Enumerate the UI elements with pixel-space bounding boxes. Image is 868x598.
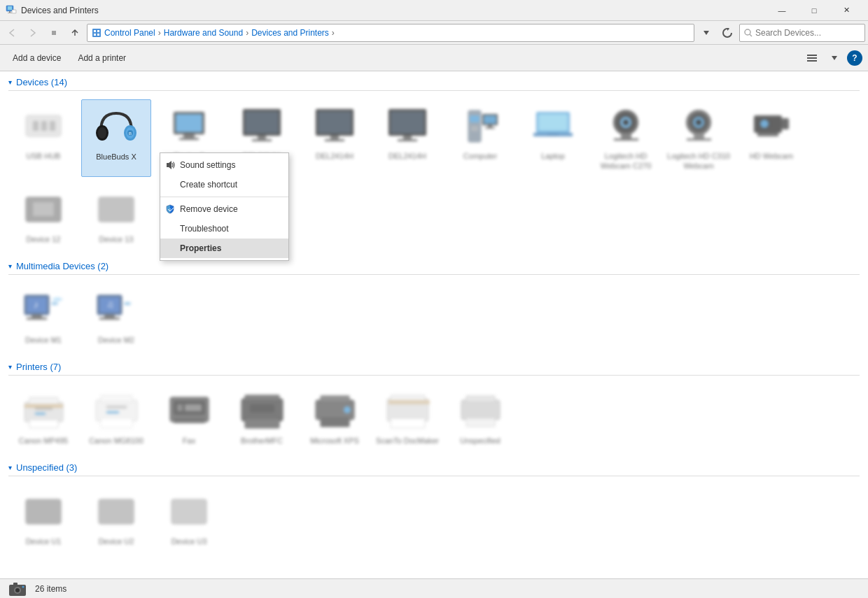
device-printer3-label: Fax [183, 436, 195, 446]
svg-rect-43 [470, 115, 479, 122]
back-button[interactable] [3, 24, 21, 42]
svg-rect-100 [185, 404, 202, 411]
svg-rect-19 [50, 121, 55, 131]
device-item-laptop[interactable]: Laptop [518, 99, 588, 177]
add-device-button[interactable]: Add a device [6, 48, 68, 68]
device-item-printer1[interactable]: Canon MP495 [8, 384, 78, 451]
device-item-bluebuds[interactable]: B BlueBuds X [81, 99, 151, 177]
up-button[interactable] [66, 24, 84, 42]
device-printer4-icon [237, 390, 286, 432]
device-printer6-icon [383, 390, 432, 432]
svg-rect-115 [466, 418, 495, 427]
device-item-webcam1[interactable]: Logitech HD Webcam C270 [591, 99, 661, 177]
svg-rect-17 [33, 121, 38, 131]
svg-rect-104 [250, 404, 274, 413]
device-item-printer3[interactable]: Fax [154, 384, 224, 451]
svg-rect-40 [403, 136, 412, 139]
maximize-button[interactable]: □ [798, 0, 830, 21]
device-item-webcam2[interactable]: Logitech HD C310 Webcam [664, 99, 734, 177]
toolbar: Add a device Add a printer ? [0, 45, 868, 71]
device-item-unspecified2[interactable]: Device U2 [81, 485, 151, 552]
device-multimedia1-label: Device M1 [25, 335, 62, 345]
dropdown-button[interactable] [697, 24, 715, 42]
device-printer2-label: Canon MG8100 [89, 436, 144, 446]
unspecified-section: ▾ Unspecified (3) Device U1 [8, 462, 860, 555]
device-item-unspecified3[interactable]: Device U3 [154, 485, 224, 552]
svg-rect-53 [547, 134, 559, 136]
device-item-printer5[interactable]: Microsoft XPS [300, 384, 370, 451]
svg-rect-117 [99, 499, 134, 524]
device-item-multimedia1[interactable]: ♪ Device M1 [8, 283, 78, 350]
svg-rect-8 [97, 30, 99, 32]
help-button[interactable]: ? [847, 50, 862, 66]
device-unspecified3-label: Device U3 [172, 536, 207, 546]
device-item-monitor2[interactable]: DEL2414H [300, 99, 370, 177]
view-icon [806, 52, 818, 64]
printers-section-title: Printers (7) [16, 362, 61, 372]
devices-section-header[interactable]: ▾ Devices (14) [8, 77, 860, 91]
svg-rect-35 [318, 111, 351, 134]
svg-point-11 [745, 29, 750, 35]
device-item-unspecified1[interactable]: Device U1 [8, 485, 78, 552]
svg-marker-124 [167, 161, 172, 169]
device-item-usb-hub[interactable]: USB HUB [8, 99, 78, 177]
device-item-monitor3[interactable]: DEL2414H [372, 99, 442, 177]
minimize-button[interactable]: — [766, 0, 798, 21]
device-monitor2-label: DEL2414H [316, 151, 354, 161]
control-panel-icon [92, 28, 102, 38]
device-item-computer[interactable]: Computer [445, 99, 515, 177]
device-unspecified2-label: Device U2 [99, 536, 134, 546]
toolbar-right: ? [802, 48, 862, 68]
recent-locations-button[interactable] [45, 24, 63, 42]
dropdown-arrow-icon [832, 56, 837, 60]
svg-rect-18 [41, 121, 47, 131]
svg-rect-27 [176, 114, 202, 132]
breadcrumb-devices-printers[interactable]: Devices and Printers [251, 28, 329, 38]
sound-settings-icon [164, 159, 176, 171]
context-menu-properties[interactable]: Properties [160, 239, 288, 258]
svg-rect-9 [94, 34, 96, 36]
context-menu: Sound settings Create shortcut ! Remove … [160, 152, 289, 261]
view-dropdown-button[interactable] [825, 48, 844, 68]
device-item-multimedia2[interactable]: ♫ Device M2 [81, 283, 151, 350]
svg-rect-90 [24, 404, 63, 408]
close-button[interactable]: ✕ [830, 0, 862, 21]
breadcrumb-hardware-sound[interactable]: Hardware and Sound [164, 28, 243, 38]
svg-rect-6 [92, 29, 101, 37]
breadcrumb-control-panel[interactable]: Control Panel [104, 28, 155, 38]
context-menu-troubleshoot[interactable]: Troubleshoot [160, 219, 288, 239]
svg-rect-41 [398, 139, 417, 141]
device-item-printer4[interactable]: BrotherMFC [227, 384, 297, 451]
svg-rect-86 [29, 397, 58, 404]
context-menu-sound-settings[interactable]: Sound settings [160, 155, 288, 175]
device-item-hdwebcam[interactable]: HD Webcam [736, 99, 806, 177]
svg-rect-49 [485, 127, 495, 129]
address-bar: Control Panel › Hardware and Sound › Dev… [0, 21, 868, 45]
multimedia-section-header[interactable]: ▾ Multimedia Devices (2) [8, 261, 860, 275]
device-item-printer6[interactable]: ScanTo DocMaker [372, 384, 442, 451]
unspecified-section-header[interactable]: ▾ Unspecified (3) [8, 462, 860, 476]
device-item-row2-1[interactable]: Device 12 [8, 183, 78, 250]
search-bar[interactable] [739, 24, 865, 42]
svg-rect-79 [27, 318, 47, 320]
device-bluebuds-icon: B [92, 106, 141, 148]
search-input[interactable] [755, 28, 860, 38]
svg-rect-5 [13, 10, 15, 13]
device-item-row2-2[interactable]: Device 13 [81, 183, 151, 250]
svg-rect-36 [330, 136, 339, 139]
printers-section-header[interactable]: ▾ Printers (7) [8, 362, 860, 376]
context-menu-create-shortcut[interactable]: Create shortcut [160, 175, 288, 194]
add-printer-button[interactable]: Add a printer [71, 48, 133, 68]
refresh-button[interactable] [718, 24, 736, 42]
device-multimedia2-icon: ♫ [92, 289, 141, 331]
context-menu-remove-device[interactable]: ! Remove device [160, 199, 288, 219]
svg-rect-84 [99, 318, 120, 320]
svg-rect-51 [538, 114, 568, 131]
view-options-button[interactable] [802, 48, 822, 68]
device-item-printer2[interactable]: Canon MG8100 [81, 384, 151, 451]
devices-chevron: ▾ [8, 78, 12, 86]
device-item-printer7[interactable]: Unspecified [445, 384, 515, 451]
forward-button[interactable] [24, 24, 42, 42]
breadcrumb[interactable]: Control Panel › Hardware and Sound › Dev… [87, 24, 694, 42]
device-hdwebcam-icon [747, 105, 796, 147]
